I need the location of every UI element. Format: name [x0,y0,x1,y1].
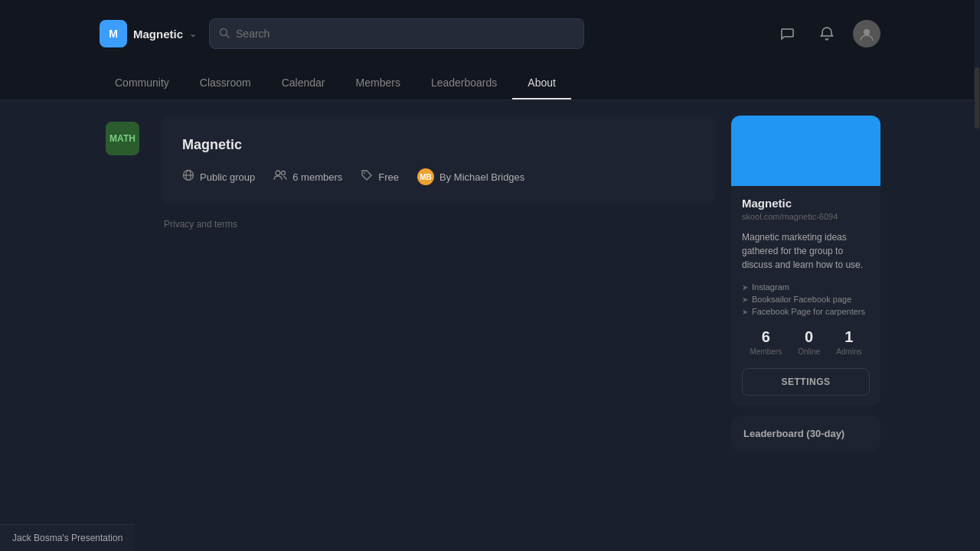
search-input[interactable] [236,28,574,40]
stat-admins: 1 Admins [836,328,861,356]
nav-tabs: Community Classroom Calendar Members Lea… [0,67,980,100]
main-content: MATH Magnetic Publi [0,100,980,467]
info-card-links: ➤ Instagram ➤ Booksailor Facebook page ➤… [742,282,870,316]
tab-classroom[interactable]: Classroom [185,67,266,99]
sidebar-community-icon[interactable]: MATH [106,122,139,155]
chat-button[interactable] [773,20,801,47]
author-avatar: MB [417,168,434,185]
info-card-name: Magnetic [742,197,870,210]
link-booksailor[interactable]: ➤ Booksailor Facebook page [742,295,870,304]
top-bar-actions [773,20,880,47]
author-label: By Michael Bridges [439,171,524,183]
brand-name: Magnetic [133,28,183,41]
tab-community[interactable]: Community [100,67,185,99]
info-card: Magnetic skool.com/magnetic-6094 Magneti… [731,116,880,406]
user-avatar[interactable] [853,20,880,47]
svg-point-6 [276,171,280,175]
tab-about[interactable]: About [512,67,571,99]
link-arrow-icon: ➤ [742,283,748,292]
scrollbar-track[interactable] [974,0,980,551]
meta-author: MB By Michael Bridges [417,168,524,185]
tag-icon [361,169,373,184]
stat-members: 6 Members [750,328,782,356]
info-card-banner [731,116,880,186]
free-label: Free [378,171,399,183]
about-meta: Public group 6 members [182,168,694,185]
meta-free: Free [361,169,399,184]
tab-members[interactable]: Members [341,67,416,99]
stat-admins-value: 1 [844,328,853,346]
meta-members: 6 members [273,170,342,184]
brand-chevron-icon: ⌄ [189,28,197,39]
link-instagram-text: Instagram [752,282,789,292]
link-facebook-carpenters[interactable]: ➤ Facebook Page for carpenters [742,307,870,316]
stat-online-label: Online [798,347,820,356]
left-sidebar: MATH [100,116,145,155]
notifications-button[interactable] [813,20,841,47]
svg-point-2 [864,29,870,35]
tab-calendar[interactable]: Calendar [266,67,341,99]
info-card-description: Magnetic marketing ideas gathered for th… [742,230,870,272]
link-arrow-icon-2: ➤ [742,295,748,304]
link-facebook-text: Facebook Page for carpenters [752,307,865,316]
members-label: 6 members [292,171,342,183]
brand-area[interactable]: M Magnetic ⌄ [100,20,197,47]
about-card-title: Magnetic [182,137,694,153]
svg-line-1 [227,34,230,37]
stat-online-value: 0 [805,328,813,346]
members-icon [273,170,287,184]
leaderboard-card: Leaderboard (30-day) [731,416,880,452]
tab-leaderboards[interactable]: Leaderboards [416,67,512,99]
public-group-label: Public group [200,171,255,183]
link-booksailor-text: Booksailor Facebook page [752,295,851,304]
stat-members-label: Members [750,347,782,356]
stat-members-value: 6 [762,328,770,346]
privacy-terms-link[interactable]: Privacy and terms [161,219,716,230]
svg-point-8 [364,172,365,174]
link-arrow-icon-3: ➤ [742,308,748,316]
bottom-bar: Jack Bosma's Presentation [0,524,135,551]
brand-logo: M [100,20,127,47]
info-card-stats: 6 Members 0 Online 1 Admins [742,328,870,356]
link-instagram[interactable]: ➤ Instagram [742,282,870,292]
globe-icon [182,169,194,184]
bottom-bar-text: Jack Bosma's Presentation [12,533,122,543]
stat-online: 0 Online [798,328,820,356]
search-icon [219,28,230,41]
scrollbar-thumb[interactable] [975,67,979,129]
leaderboard-title: Leaderboard (30-day) [743,428,868,439]
svg-point-7 [282,171,286,175]
top-bar: M Magnetic ⌄ [0,0,980,67]
center-area: Magnetic Public group [161,116,716,230]
right-card: Magnetic skool.com/magnetic-6094 Magneti… [731,116,880,452]
info-card-url: skool.com/magnetic-6094 [742,212,870,221]
search-bar[interactable] [209,18,584,49]
stat-admins-label: Admins [836,347,861,356]
meta-public-group: Public group [182,169,255,184]
settings-button[interactable]: SETTINGS [742,368,870,396]
about-card: Magnetic Public group [161,116,716,204]
